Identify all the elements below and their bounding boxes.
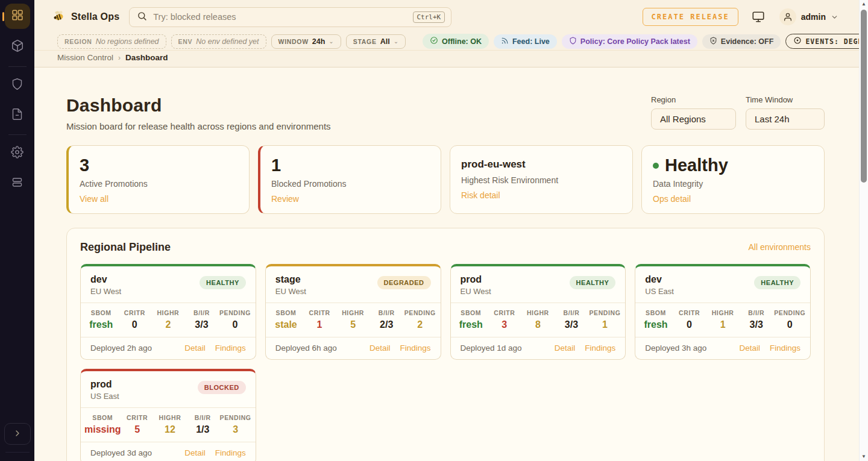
time-window-filter-label: Time Window — [746, 95, 825, 104]
sidebar-item-documents[interactable] — [5, 103, 30, 127]
pipeline-card-stage-eu-west: stage EU West DEGRADED SBOMstale CRITR1 … — [265, 264, 441, 360]
pipeline-card-dev-eu-west: dev EU West HEALTHY SBOMfresh CRITR0 HIG… — [80, 264, 256, 360]
gear-icon — [11, 146, 24, 161]
sidebar-collapse-button[interactable] — [4, 423, 31, 445]
breadcrumb-parent[interactable]: Mission Control — [57, 53, 113, 62]
env-name: stage — [275, 274, 306, 285]
sidebar-divider — [8, 66, 27, 67]
critr-value: 1 — [303, 319, 336, 330]
region-name: US East — [90, 392, 119, 401]
sidebar-item-releases[interactable] — [5, 35, 30, 59]
user-menu[interactable]: admin — [779, 8, 838, 25]
highest-risk-env: prod-eu-west — [461, 156, 621, 171]
time-window-filter-select[interactable]: Last 24h — [746, 108, 825, 130]
findings-link[interactable]: Findings — [215, 448, 246, 457]
blocked-promotions-count: 1 — [271, 156, 430, 175]
sidebar-item-security[interactable] — [5, 73, 30, 97]
detail-link[interactable]: Detail — [370, 343, 391, 353]
pipeline-card-prod-eu-west: prod EU West HEALTHY SBOMfresh CRITR3 HI… — [450, 264, 626, 360]
sidebar-item-settings[interactable] — [5, 141, 30, 165]
feed-status-pill: Feed: Live — [494, 34, 557, 49]
deployed-time: Deployed 3h ago — [645, 343, 706, 353]
view-all-link[interactable]: View all — [80, 194, 108, 204]
risk-detail-link[interactable]: Risk detail — [461, 190, 500, 200]
data-integrity-status: Healthy — [665, 156, 728, 175]
ops-detail-link[interactable]: Ops detail — [653, 194, 691, 204]
highr-value: 8 — [521, 319, 555, 330]
review-link[interactable]: Review — [271, 194, 299, 204]
create-release-button[interactable]: CREATE RELEASE — [643, 8, 738, 26]
bir-value: 3/3 — [555, 319, 588, 330]
global-search[interactable]: Ctrl+K — [129, 7, 451, 27]
sidebar-item-infrastructure[interactable] — [5, 171, 30, 195]
regional-pipeline-title: Regional Pipeline — [80, 241, 171, 254]
deployed-time: Deployed 1d ago — [461, 343, 522, 353]
bee-logo-icon — [52, 9, 66, 25]
sidebar-bottom-divider — [5, 452, 30, 453]
dashboard-grid-icon — [11, 8, 24, 24]
scrollbar-down-arrow[interactable]: ▼ — [861, 454, 866, 459]
detail-link[interactable]: Detail — [555, 343, 576, 353]
page-subtitle: Mission board for release health across … — [66, 121, 331, 131]
env-name: dev — [645, 274, 674, 285]
region-chip[interactable]: REGION No regions defined — [57, 34, 166, 49]
status-badge: HEALTHY — [754, 276, 800, 289]
critr-value: 5 — [121, 424, 153, 435]
highr-value: 5 — [336, 319, 370, 330]
shield-icon — [11, 78, 24, 93]
env-chip[interactable]: ENV No env defined yet — [171, 34, 266, 49]
detail-link[interactable]: Detail — [184, 448, 206, 457]
topbar: Stella Ops Ctrl+K CREATE RELEASE admin — [34, 0, 859, 34]
region-filter-select[interactable]: All Regions — [651, 108, 736, 130]
findings-link[interactable]: Findings — [770, 343, 800, 353]
env-name: dev — [90, 274, 121, 285]
main-content: Dashboard Mission board for release heal… — [34, 67, 859, 461]
findings-link[interactable]: Findings — [215, 343, 246, 353]
check-circle-icon — [430, 36, 438, 46]
detail-link[interactable]: Detail — [184, 343, 206, 353]
bir-value: 3/3 — [740, 319, 773, 330]
page-title: Dashboard — [66, 95, 331, 116]
events-status-pill[interactable]: EVENTS: DEGRADED — [785, 34, 868, 49]
summary-cards: 3 Active Promotions View all 1 Blocked P… — [66, 145, 825, 214]
highr-value: 12 — [154, 424, 186, 435]
findings-link[interactable]: Findings — [400, 343, 430, 353]
policy-status-pill: Policy: Core Policy Pack latest — [562, 34, 697, 49]
stage-dropdown[interactable]: STAGE All ⌄ — [346, 34, 406, 49]
sidebar-active-indicator — [2, 12, 4, 21]
region-name: EU West — [461, 287, 491, 296]
evidence-status-pill: Evidence: OFF — [702, 34, 781, 49]
sbom-value: stale — [269, 319, 303, 330]
package-icon — [11, 39, 24, 55]
search-input[interactable] — [153, 12, 406, 22]
monitor-icon[interactable] — [752, 10, 765, 24]
chevron-down-icon — [831, 13, 838, 21]
scrollbar-thumb[interactable] — [861, 10, 867, 183]
context-bar: REGION No regions defined ENV No env def… — [34, 34, 859, 51]
scrollbar-up-arrow[interactable]: ▲ — [861, 2, 866, 7]
findings-link[interactable]: Findings — [585, 343, 615, 353]
bir-value: 2/3 — [370, 319, 403, 330]
active-promotions-count: 3 — [80, 156, 238, 175]
username: admin — [801, 12, 826, 22]
highr-value: 1 — [706, 319, 740, 330]
deployed-time: Deployed 2h ago — [90, 343, 152, 353]
region-filter-label: Region — [651, 95, 736, 104]
all-environments-link[interactable]: All environments — [749, 242, 811, 252]
blocked-promotions-label: Blocked Promotions — [271, 179, 430, 189]
app-logo: Stella Ops — [52, 9, 119, 25]
sbom-value: fresh — [639, 319, 673, 330]
vertical-scrollbar[interactable]: ▲ ▼ — [859, 0, 868, 461]
status-badge: DEGRADED — [377, 276, 431, 289]
sbom-value: fresh — [84, 319, 118, 330]
sidebar-item-dashboard[interactable] — [5, 4, 30, 29]
highest-risk-card: prod-eu-west Highest Risk Environment Ri… — [450, 145, 633, 214]
env-name: prod — [90, 379, 119, 390]
deployed-time: Deployed 3d ago — [90, 448, 152, 457]
pipeline-card-prod-us-east: prod US East BLOCKED SBOMmissing CRITR5 … — [80, 369, 256, 461]
chevron-right-icon — [13, 428, 22, 440]
data-integrity-card: Healthy Data Integrity Ops detail — [641, 145, 825, 214]
document-icon — [11, 108, 24, 123]
window-dropdown[interactable]: WINDOW 24h ⌄ — [271, 34, 341, 49]
detail-link[interactable]: Detail — [739, 343, 760, 353]
